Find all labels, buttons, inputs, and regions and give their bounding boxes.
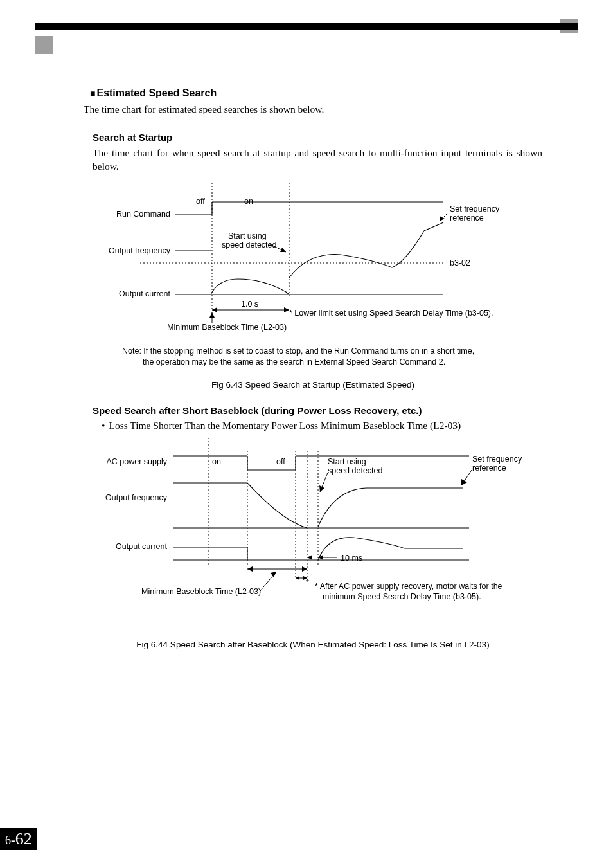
lbl-on: on: [244, 197, 253, 206]
lbl-set-frequency: Set frequency: [450, 204, 499, 213]
lbl-run-command: Run Command: [116, 210, 170, 219]
lbl-start-using: Start using: [228, 231, 267, 240]
lbl-lower-limit: * Lower limit set using Speed Search Del…: [289, 309, 493, 318]
lbl-speed-detected: speed detected: [222, 240, 277, 249]
svg-marker-13: [212, 307, 217, 312]
lbl2-min-bb: Minimum Baseblock Time (L2-03): [141, 587, 261, 596]
section-intro: The time chart for estimated speed searc…: [84, 103, 542, 116]
lbl2-reference: reference: [472, 464, 506, 473]
header-rule-black: [35, 23, 578, 30]
lbl2-off: off: [276, 457, 285, 466]
lbl2-on: on: [212, 457, 221, 466]
startup-body: The time chart for when speed search at …: [93, 147, 542, 174]
lbl-off: off: [196, 197, 205, 206]
figure-6-43: Run Command Output frequency Output curr…: [103, 183, 514, 337]
page-number: 62: [15, 829, 32, 848]
figure-6-44: AC power supply Output frequency Output …: [103, 438, 527, 624]
section-title: ■Estimated Speed Search: [90, 87, 542, 99]
lbl2-after-recovery-l1: * After AC power supply recovery, motor …: [315, 582, 502, 591]
note-line1: Note: If the stopping method is set to c…: [122, 347, 474, 356]
section-title-text: Estimated Speed Search: [96, 87, 217, 98]
lbl2-ten-ms: 10 ms: [341, 554, 362, 563]
page-number-box: 6-62: [0, 828, 37, 850]
svg-marker-37: [318, 555, 323, 560]
chapter-number: 6: [5, 834, 11, 847]
lbl2-output-current: Output current: [116, 542, 167, 551]
lbl2-set-frequency: Set frequency: [472, 455, 522, 464]
baseblock-bullet: •Loss Time Shorter Than the Momentary Po…: [102, 420, 542, 431]
subsection-title-baseblock: Speed Search after Short Baseblock (duri…: [93, 405, 542, 416]
lbl2-ac-power: AC power supply: [107, 457, 168, 466]
lbl-reference: reference: [450, 213, 484, 222]
lbl-output-frequency: Output frequency: [109, 246, 170, 255]
lbl-min-bb: Minimum Baseblock Time (L2-03): [167, 323, 287, 332]
svg-marker-43: [296, 576, 299, 580]
svg-marker-46: [271, 572, 276, 577]
header-accent-left: [35, 36, 53, 54]
svg-marker-32: [461, 479, 467, 485]
figure-6-44-caption: Fig 6.44 Speed Search after Baseblock (W…: [84, 640, 542, 649]
subsection-title-startup: Search at Startup: [93, 132, 542, 143]
baseblock-bullet-text: Loss Time Shorter Than the Momentary Pow…: [109, 420, 461, 431]
svg-marker-41: [302, 566, 307, 572]
note-line2: the operation may be the same as the sea…: [143, 357, 445, 368]
figure-6-43-note: Note: If the stopping method is set to c…: [122, 346, 542, 368]
lbl2-speed-detected: speed detected: [328, 466, 383, 475]
svg-marker-38: [307, 555, 312, 560]
lbl2-after-recovery-l2: minimum Speed Search Delay Time (b3-05).: [323, 592, 481, 601]
lbl2-star: *: [306, 578, 309, 587]
lbl-one-sec: 1.0 s: [241, 300, 258, 309]
lbl-output-current: Output current: [119, 289, 170, 298]
bullet-square-icon: ■: [90, 88, 95, 98]
lbl-b3-02: b3-02: [450, 258, 470, 267]
svg-marker-40: [247, 566, 253, 572]
bullet-dot-icon: •: [102, 420, 105, 431]
figure-6-43-caption: Fig 6.43 Speed Search at Startup (Estima…: [84, 380, 542, 390]
lbl2-start-using: Start using: [328, 457, 366, 466]
lbl2-output-frequency: Output frequency: [105, 493, 167, 502]
svg-marker-14: [284, 307, 289, 312]
svg-marker-16: [209, 312, 215, 318]
